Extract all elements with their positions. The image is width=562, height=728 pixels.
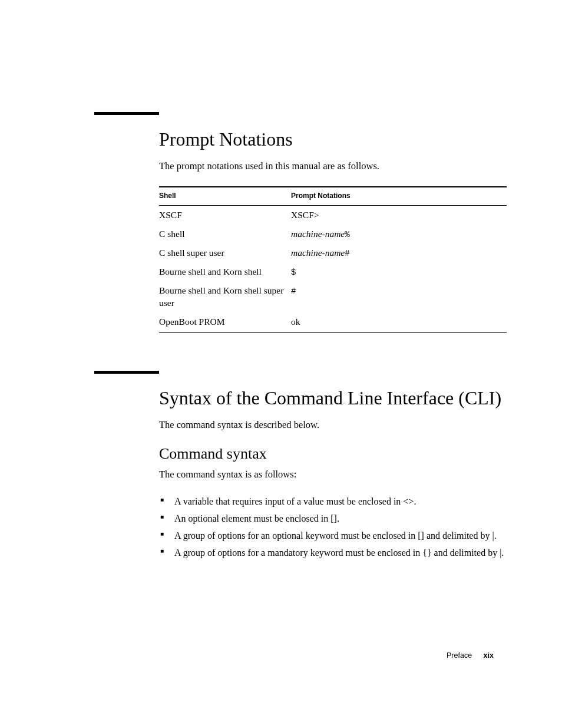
- cell-notation: machine-name#: [291, 247, 507, 259]
- table-row: C shell machine-name%: [159, 225, 507, 243]
- section-intro: The prompt notations used in this manual…: [159, 159, 507, 173]
- list-item: An optional element must be enclosed in …: [171, 512, 507, 525]
- footer-section-name: Preface: [447, 651, 472, 660]
- syntax-rules-list: A variable that requires input of a valu…: [159, 495, 507, 560]
- cell-notation: XSCF>: [291, 209, 507, 221]
- prompt-notations-table: Shell Prompt Notations XSCF XSCF> C shel…: [159, 186, 507, 333]
- cell-shell: Bourne shell and Korn shell: [159, 266, 291, 278]
- table-header-notation: Prompt Notations: [291, 192, 507, 201]
- list-item: A group of options for an optional keywo…: [171, 529, 507, 542]
- section-heading: Prompt Notations: [159, 129, 507, 150]
- section-intro: The command syntax is described below.: [159, 418, 507, 432]
- list-item: A group of options for a mandatory keywo…: [171, 546, 507, 559]
- section-rule: [94, 371, 159, 374]
- page-footer: Preface xix: [447, 651, 494, 660]
- section-heading: Syntax of the Command Line Interface (CL…: [159, 388, 507, 409]
- cell-shell: C shell: [159, 228, 291, 240]
- table-row: C shell super user machine-name#: [159, 243, 507, 262]
- subsection-intro: The command syntax is as follows:: [159, 467, 507, 482]
- cell-notation: #: [291, 285, 507, 308]
- footer-page-number: xix: [484, 651, 494, 660]
- cell-shell: Bourne shell and Korn shell super user: [159, 285, 291, 308]
- cell-notation: ok: [291, 316, 507, 328]
- cell-notation: machine-name%: [291, 228, 507, 240]
- section: Syntax of the Command Line Interface (CL…: [94, 371, 507, 560]
- cell-shell: OpenBoot PROM: [159, 316, 291, 328]
- table-row: XSCF XSCF>: [159, 206, 507, 225]
- cell-shell: C shell super user: [159, 247, 291, 259]
- page: Prompt Notations The prompt notations us…: [0, 0, 562, 728]
- table-header-row: Shell Prompt Notations: [159, 186, 507, 206]
- table-row: OpenBoot PROM ok: [159, 312, 507, 333]
- subsection-heading: Command syntax: [159, 445, 507, 463]
- list-item: A variable that requires input of a valu…: [171, 495, 507, 508]
- table-row: Bourne shell and Korn shell $: [159, 262, 507, 281]
- section-rule: [94, 112, 159, 115]
- table-header-shell: Shell: [159, 192, 291, 201]
- cell-notation: $: [291, 266, 507, 278]
- cell-shell: XSCF: [159, 209, 291, 221]
- content-column: Prompt Notations The prompt notations us…: [94, 112, 507, 564]
- table-row: Bourne shell and Korn shell super user #: [159, 281, 507, 312]
